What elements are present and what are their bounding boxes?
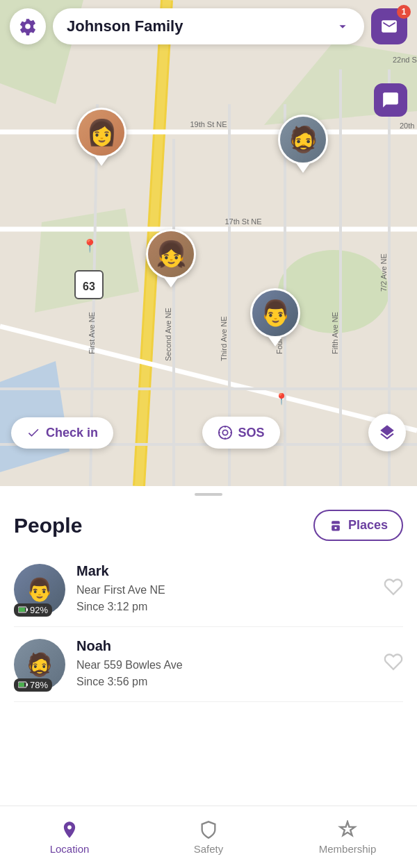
mark-name: Mark	[76, 563, 373, 579]
sos-label: SOS	[238, 426, 265, 440]
family-selector[interactable]: Johnson Family	[53, 8, 364, 44]
svg-rect-42	[26, 683, 28, 686]
noah-name: Noah	[76, 638, 373, 654]
svg-point-32	[218, 426, 231, 439]
map-pin-person2[interactable]: 🧔	[278, 115, 328, 173]
map-view[interactable]: 19th St NE 17th St NE 14th St NE First A…	[0, 0, 417, 486]
svg-text:Second Ave NE: Second Ave NE	[164, 308, 172, 361]
settings-button[interactable]	[10, 8, 46, 44]
mark-avatar-wrap: 👨 92%	[14, 564, 65, 615]
svg-text:17th St NE: 17th St NE	[224, 217, 261, 226]
nav-location-label: Location	[50, 843, 90, 855]
checkin-button[interactable]: Check in	[11, 417, 113, 449]
app-header: Johnson Family 1	[0, 8, 417, 44]
messages-button[interactable]: 1	[371, 8, 407, 44]
nav-membership-label: Membership	[319, 843, 377, 855]
mail-badge: 1	[397, 5, 411, 19]
noah-battery: 78%	[14, 678, 52, 692]
svg-rect-39	[26, 608, 28, 611]
svg-text:7/2 Ave NE: 7/2 Ave NE	[379, 253, 388, 292]
svg-text:📍: 📍	[82, 238, 98, 253]
svg-rect-40	[19, 608, 25, 612]
noah-avatar-wrap: 🧔 78%	[14, 639, 65, 690]
noah-favorite[interactable]	[384, 652, 403, 676]
places-button[interactable]: Places	[313, 510, 403, 541]
family-name: Johnson Family	[67, 17, 183, 35]
svg-text:Third Ave NE: Third Ave NE	[220, 316, 228, 361]
map-pin-person3[interactable]: 👧	[146, 229, 196, 287]
svg-text:63: 63	[83, 281, 95, 292]
noah-battery-label: 78%	[30, 680, 48, 690]
places-label: Places	[348, 518, 388, 533]
mark-battery: 92%	[14, 603, 52, 617]
nav-safety-label: Safety	[194, 843, 224, 855]
svg-text:19th St NE: 19th St NE	[190, 120, 227, 128]
person-item-noah[interactable]: 🧔 78% Noah Near 559 Bowles Ave Since 3:5…	[14, 627, 403, 702]
svg-rect-43	[19, 683, 24, 687]
mark-info: Mark Near First Ave NE Since 3:12 pm	[76, 563, 373, 615]
svg-text:📍: 📍	[275, 392, 288, 406]
bottom-nav: Location Safety Membership	[0, 806, 417, 868]
nav-safety[interactable]: Safety	[139, 806, 278, 868]
svg-text:First Ave NE: First Ave NE	[88, 312, 96, 354]
checkin-label: Check in	[46, 426, 98, 440]
panel-title: People	[14, 514, 82, 537]
map-pin-person1[interactable]: 👩	[76, 108, 126, 166]
nav-membership[interactable]: Membership	[278, 806, 417, 868]
people-panel: People Places 👨 92% Mark	[0, 496, 417, 702]
mark-battery-label: 92%	[30, 605, 48, 615]
svg-text:20th S: 20th S	[400, 122, 417, 130]
person-item-mark[interactable]: 👨 92% Mark Near First Ave NE Since 3:12 …	[14, 552, 403, 627]
chat-button[interactable]	[374, 83, 407, 117]
map-pin-mark[interactable]: 👨	[250, 288, 300, 347]
noah-info: Noah Near 559 Bowles Ave Since 3:56 pm	[76, 638, 373, 690]
sos-button[interactable]: SOS	[202, 417, 280, 449]
layers-button[interactable]	[368, 414, 406, 451]
mark-favorite[interactable]	[384, 577, 403, 601]
noah-location: Near 559 Bowles Ave Since 3:56 pm	[76, 657, 373, 690]
map-actions: Check in SOS	[0, 414, 417, 451]
svg-text:22nd S: 22nd S	[393, 56, 417, 64]
svg-point-33	[222, 430, 227, 435]
mark-location: Near First Ave NE Since 3:12 pm	[76, 582, 373, 615]
panel-header: People Places	[14, 496, 403, 552]
nav-location[interactable]: Location	[0, 806, 139, 868]
svg-text:Fifth Ave NE: Fifth Ave NE	[331, 312, 339, 354]
